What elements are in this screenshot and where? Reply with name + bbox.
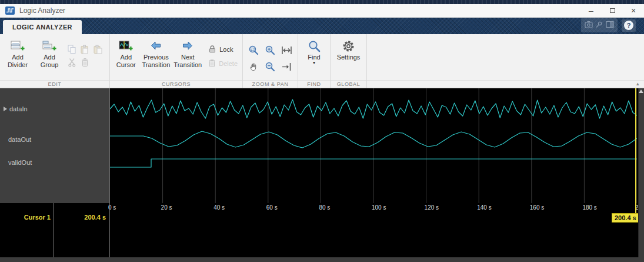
time-cursor-line[interactable]	[635, 88, 636, 214]
add-cursor-icon	[119, 38, 133, 54]
logic-analyzer-app-icon	[5, 6, 15, 15]
axis-tick-label: 120 s	[425, 204, 439, 211]
right-scrollbar[interactable]	[638, 88, 644, 257]
waveform-canvas[interactable]	[110, 88, 637, 203]
time-axis: 0 s20 s40 s60 s80 s100 s120 s140 s160 s1…	[110, 204, 644, 213]
settings-gear-icon	[342, 38, 355, 54]
add-group-icon	[42, 38, 56, 54]
axis-tick-label: 80 s	[319, 204, 330, 211]
section-label-edit: EDIT	[0, 80, 109, 88]
close-button[interactable]: ×	[623, 4, 644, 17]
duplicate-icon[interactable]	[92, 44, 104, 55]
signal-row-dataOut[interactable]: dataOut	[0, 135, 110, 144]
screenshot-icon[interactable]	[585, 20, 593, 31]
tab-logic-analyzer[interactable]: LOGIC ANALYZER	[3, 20, 82, 34]
signal-name-panel: dataIn dataOut validOut	[0, 88, 110, 203]
previous-transition-button[interactable]: Previous Transition	[141, 37, 171, 69]
next-arrow-icon	[182, 38, 193, 54]
pan-button[interactable]	[246, 59, 262, 74]
axis-tick-label: 140 s	[477, 204, 491, 211]
section-label-find: FIND	[298, 80, 330, 88]
find-icon	[308, 38, 321, 54]
maximize-icon	[610, 8, 615, 13]
add-group-button[interactable]: Add Group	[34, 37, 65, 69]
toolbar-section-global: Settings GLOBAL	[331, 34, 367, 88]
lock-icon	[208, 44, 217, 55]
signal-row-dataIn[interactable]: dataIn	[0, 105, 110, 113]
delete-icon[interactable]	[79, 57, 91, 68]
quick-tools	[581, 18, 618, 32]
edit-icon-cluster	[66, 44, 104, 68]
zoom-to-cursor-button[interactable]	[279, 59, 295, 74]
find-button[interactable]: Find ▾	[301, 37, 328, 65]
dock-icon[interactable]	[606, 20, 614, 31]
logic-analyzer-window: Logic Analyzer – × LOGIC ANALYZER ?	[0, 0, 644, 262]
minimize-button[interactable]: –	[580, 4, 602, 17]
delete-cursor-icon	[208, 58, 216, 69]
toolbar-section-zoom-pan: ZOOM & PAN	[243, 34, 298, 88]
window-top-edge	[0, 0, 644, 4]
lock-button[interactable]: Lock	[208, 44, 238, 55]
window-title: Logic Analyzer	[19, 6, 65, 15]
maximize-button[interactable]	[602, 4, 623, 17]
window-controls: – ×	[580, 4, 644, 17]
axis-tick-label: 20 s	[161, 204, 172, 211]
section-label-global: GLOBAL	[331, 80, 366, 88]
waveform-display: dataIn dataOut validOut 0 s20 s40 s60 s8…	[0, 88, 644, 262]
toolbar-section-edit: Add Divider Add Group	[0, 34, 110, 88]
signal-row-validOut[interactable]: validOut	[0, 158, 110, 167]
copy-icon[interactable]	[66, 44, 78, 55]
cursor-name-label: Cursor 1	[0, 214, 51, 221]
section-label-zoom-pan: ZOOM & PAN	[243, 80, 298, 88]
delete-cursor-button[interactable]: Delete	[208, 58, 238, 69]
tab-bar-tools: ?	[581, 18, 636, 32]
cursor-info-row: Cursor 1 200.4 s	[0, 214, 110, 223]
help-icon: ?	[624, 21, 633, 30]
axis-tick-label: 40 s	[213, 204, 225, 211]
previous-arrow-icon	[150, 38, 162, 54]
lock-delete-column: Lock Delete	[208, 44, 238, 69]
toolstrip: Add Divider Add Group	[0, 34, 644, 88]
pin-icon[interactable]	[595, 20, 603, 31]
collapse-toolstrip-icon[interactable]: ▴	[636, 80, 639, 87]
add-divider-button[interactable]: Add Divider	[2, 37, 33, 69]
panel-divider[interactable]	[109, 88, 110, 257]
axis-tick-label: 160 s	[530, 204, 544, 211]
add-divider-icon	[11, 38, 25, 54]
cursor-value-label: 200.4 s	[55, 214, 106, 221]
collapse-panel-icon[interactable]	[639, 89, 643, 93]
help-button[interactable]: ?	[622, 19, 636, 32]
axis-tick-label: 60 s	[266, 204, 278, 211]
add-cursor-button[interactable]: Add Cursor	[112, 37, 139, 69]
title-bar: Logic Analyzer – ×	[0, 4, 644, 18]
zoom-pan-grid	[246, 42, 295, 74]
toolbar-section-cursors: Add Cursor Previous Transition Next Tran…	[110, 34, 243, 88]
axis-tick-label: 100 s	[372, 204, 386, 211]
bottom-status-strip	[0, 257, 644, 262]
next-transition-button[interactable]: Next Transition	[172, 37, 203, 69]
cut-icon[interactable]	[66, 57, 78, 68]
section-label-cursors: CURSORS	[110, 80, 242, 88]
zoom-out-button[interactable]	[263, 59, 278, 74]
toolstrip-filler: ▴	[367, 34, 644, 88]
zoom-in-button[interactable]	[263, 42, 278, 58]
cursor-value-box[interactable]: 200.4 s	[612, 213, 639, 223]
zoom-region-button[interactable]	[246, 42, 262, 58]
cursor-column-divider[interactable]	[53, 203, 54, 257]
settings-button[interactable]: Settings	[333, 37, 364, 61]
paste-icon[interactable]	[79, 44, 91, 55]
fit-to-view-button[interactable]	[279, 42, 295, 58]
toolbar-section-find: Find ▾ FIND	[298, 34, 331, 88]
signal-name: dataIn	[9, 105, 28, 112]
signal-name: dataOut	[8, 136, 31, 143]
tab-label: LOGIC ANALYZER	[12, 24, 72, 31]
toolstrip-tab-bar: LOGIC ANALYZER ?	[0, 18, 644, 34]
find-dropdown-caret-icon: ▾	[313, 61, 315, 65]
axis-tick-label: 180 s	[582, 204, 596, 211]
signal-name: validOut	[8, 159, 32, 166]
expand-icon[interactable]	[4, 107, 7, 111]
